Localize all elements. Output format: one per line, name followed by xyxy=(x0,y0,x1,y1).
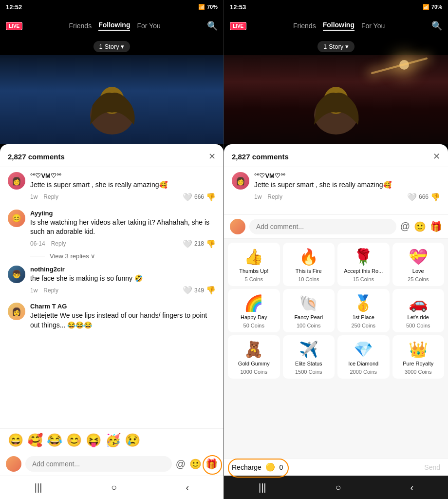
comment-username-right: °°♡VM♡°° xyxy=(254,172,440,179)
comment-body: Charm T AG Jettejette We use lips instea… xyxy=(30,303,216,330)
battery-left: 70% xyxy=(207,4,218,10)
comment-body-right: °°♡VM♡°° Jette is super smart , she is r… xyxy=(254,172,440,202)
reply-button-right[interactable]: Reply xyxy=(267,193,282,200)
gift-coins: 3000 Coins xyxy=(405,369,432,375)
emoji-love[interactable]: 🥰 xyxy=(27,433,43,448)
comments-list-left[interactable]: 👩 °°♡VM♡°° Jette is super smart , she is… xyxy=(0,167,224,428)
emoji-cry-laugh[interactable]: 😂 xyxy=(47,433,62,448)
gift-name: 1st Place xyxy=(353,314,374,321)
mention-icon-right[interactable]: @ xyxy=(400,221,410,232)
gift-coins: 15 Coins xyxy=(353,276,374,282)
gift-name: Happy Day xyxy=(241,314,267,321)
comment-input-left[interactable] xyxy=(25,456,172,472)
comments-sheet-right: 2,827 comments ✕ 👩 °°♡VM♡°° Jette is sup… xyxy=(224,144,448,476)
emoji-icon-left[interactable]: 🙂 xyxy=(189,458,202,470)
comment-username: °°♡VM♡°° xyxy=(30,172,216,179)
gift-icon-right[interactable]: 🎁 xyxy=(430,221,442,232)
mention-icon-left[interactable]: @ xyxy=(176,459,186,470)
comment-meta: 06-14 Reply 🤍 218 👎 xyxy=(30,239,216,249)
like-count: 666 xyxy=(194,193,204,200)
view-replies[interactable]: View 3 replies ∨ xyxy=(30,252,216,260)
search-icon-left[interactable]: 🔍 xyxy=(207,20,218,31)
pearl-icon: 🐚 xyxy=(299,294,318,312)
gift-medal[interactable]: 🥇 1st Place 250 Coins xyxy=(337,289,390,332)
gift-gummy[interactable]: 🧸 Gold Gummy 1000 Coins xyxy=(228,335,280,379)
gift-crown[interactable]: 👑 Pure Royalty 3000 Coins xyxy=(392,335,445,379)
close-comments-left[interactable]: ✕ xyxy=(208,151,216,162)
live-badge-right[interactable]: LIVE xyxy=(230,22,246,30)
status-icons-left: 📶 70% xyxy=(198,4,218,10)
nav-home-icon[interactable]: ○ xyxy=(111,482,117,493)
fire-icon: 🔥 xyxy=(299,248,318,266)
nav-friends-right[interactable]: Friends xyxy=(293,22,316,30)
avatar: 👩 xyxy=(8,303,25,320)
nav-menu-icon[interactable]: ||| xyxy=(35,482,42,493)
comment-body: °°♡VM♡°° Jette is super smart , she is r… xyxy=(30,172,216,202)
nav-following-right[interactable]: Following xyxy=(323,21,355,31)
comment-input-row-left: @ 🙂 🎁 xyxy=(0,452,224,476)
video-figure-left xyxy=(0,86,224,144)
reply-button[interactable]: Reply xyxy=(43,287,58,294)
story-button-right[interactable]: 1 Story ▾ xyxy=(317,41,355,52)
gift-icon-left[interactable]: 🎁 xyxy=(205,458,218,470)
nav-home-icon-right[interactable]: ○ xyxy=(335,482,341,493)
gift-coins: 100 Coins xyxy=(297,323,321,328)
top-comment-right: 👩 °°♡VM♡°° Jette is super smart , she is… xyxy=(224,167,448,215)
time-left: 12:52 xyxy=(6,3,22,11)
gift-pearl[interactable]: 🐚 Fancy Pearl 100 Coins xyxy=(283,289,335,332)
nav-back-icon[interactable]: ‹ xyxy=(186,482,189,493)
gift-coins: 5 Coins xyxy=(245,276,263,282)
heart-icon-right: 🤍 xyxy=(407,192,417,202)
status-icons-right: 📶 70% xyxy=(423,4,442,10)
gift-name: Let's ride xyxy=(408,314,429,321)
gift-coins: 2000 Coins xyxy=(350,369,377,375)
nav-foryou-left[interactable]: For You xyxy=(137,22,160,30)
nav-items-left: Friends Following For You xyxy=(69,21,160,31)
comment-item: 👦 nothing2cir the face she is making is … xyxy=(8,266,216,295)
search-icon-right[interactable]: 🔍 xyxy=(431,20,442,31)
dislike-icon: 👎 xyxy=(206,239,216,249)
gift-thumbs-up[interactable]: 👍 Thumbs Up! 5 Coins xyxy=(228,243,280,286)
emoji-smile[interactable]: 😊 xyxy=(66,433,82,448)
gift-name: Ice Diamond xyxy=(348,361,378,367)
nav-following-left[interactable]: Following xyxy=(98,21,130,31)
emoji-tongue[interactable]: 😝 xyxy=(86,433,101,448)
gift-rose[interactable]: 🌹 Accept this Ro... 15 Coins xyxy=(337,243,390,286)
send-button[interactable]: Send xyxy=(424,463,440,471)
comment-text: the face she is making is so funny 🤣 xyxy=(30,274,216,284)
comments-count-left: 2,827 comments xyxy=(8,153,65,161)
gift-name: Accept this Ro... xyxy=(344,268,383,274)
heart-icon: 🤍 xyxy=(183,286,192,295)
story-button-left[interactable]: 1 Story ▾ xyxy=(93,41,131,52)
nav-back-icon-right[interactable]: ‹ xyxy=(410,482,413,493)
gift-love[interactable]: 💝 Love 25 Coins xyxy=(392,243,445,286)
avatar: 👦 xyxy=(8,266,25,283)
gift-name: Gold Gummy xyxy=(238,361,270,367)
gift-name: Love xyxy=(412,268,424,274)
gift-elite[interactable]: ✈️ Elite Status 1500 Coins xyxy=(283,335,335,379)
reply-button[interactable]: Reply xyxy=(43,193,58,200)
gift-car[interactable]: 🚗 Let's ride 500 Coins xyxy=(392,289,445,332)
nav-foryou-right[interactable]: For You xyxy=(361,22,385,30)
emoji-party[interactable]: 🥳 xyxy=(105,433,121,448)
emoji-laugh[interactable]: 😄 xyxy=(8,433,23,448)
comment-meta: 1w Reply 🤍 349 👎 xyxy=(30,286,216,295)
live-badge-left[interactable]: LIVE xyxy=(6,22,22,30)
recharge-highlight: Recharge 🟡 0 xyxy=(232,462,283,472)
gift-coins: 50 Coins xyxy=(243,323,264,328)
comment-time-right: 1w xyxy=(254,193,261,200)
gift-diamond[interactable]: 💎 Ice Diamond 2000 Coins xyxy=(337,335,390,379)
recharge-button[interactable]: Recharge xyxy=(232,463,261,471)
close-comments-right[interactable]: ✕ xyxy=(433,151,440,162)
gift-rainbow[interactable]: 🌈 Happy Day 50 Coins xyxy=(228,289,280,332)
gift-fire[interactable]: 🔥 This is Fire 10 Coins xyxy=(283,243,335,286)
comment-time: 1w xyxy=(30,193,37,200)
nav-friends-left[interactable]: Friends xyxy=(69,22,92,30)
emoji-cry[interactable]: 😢 xyxy=(125,433,140,448)
gift-grid: 👍 Thumbs Up! 5 Coins 🔥 This is Fire 10 C… xyxy=(228,243,444,379)
comment-input-right[interactable] xyxy=(249,219,396,234)
comment-time: 06-14 xyxy=(30,240,45,247)
emoji-icon-right[interactable]: 🙂 xyxy=(414,221,426,232)
reply-button[interactable]: Reply xyxy=(51,240,66,247)
nav-menu-icon-right[interactable]: ||| xyxy=(259,482,266,493)
